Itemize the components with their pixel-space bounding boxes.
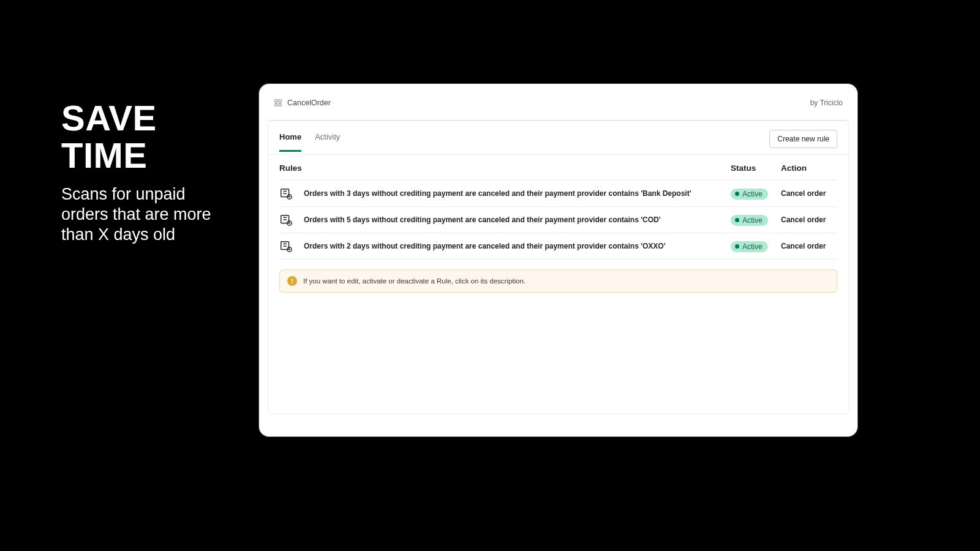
svg-rect-3 [279, 103, 281, 106]
status-dot-icon [735, 244, 739, 249]
table-row: Orders with 5 days without crediting pay… [279, 207, 837, 233]
table-row: Orders with 2 days without crediting pay… [279, 233, 837, 260]
tab-activity[interactable]: Activity [315, 132, 340, 152]
warning-icon: ! [287, 276, 297, 286]
rule-description[interactable]: Orders with 3 days without crediting pay… [304, 189, 731, 198]
content-card: Home Activity Create new rule Rules Stat… [268, 121, 849, 414]
promo-panel: SAVE TIME Scans for unpaid orders that a… [61, 100, 233, 245]
app-title: CancelOrder [287, 99, 331, 107]
topbar: CancelOrder by Triciclo [268, 92, 849, 121]
rules-table: Rules Status Action Orders with 3 days w… [268, 155, 848, 260]
rule-icon [279, 187, 293, 200]
app-window: CancelOrder by Triciclo Home Activity Cr… [259, 84, 858, 437]
promo-headline: SAVE TIME [61, 100, 233, 174]
col-action: Action [781, 163, 837, 173]
info-banner: ! If you want to edit, activate or deact… [279, 269, 837, 293]
rule-action: Cancel order [781, 216, 837, 224]
status-dot-icon [735, 192, 739, 196]
status-badge: Active [731, 189, 768, 200]
col-status: Status [731, 163, 781, 173]
app-puzzle-icon [274, 99, 282, 107]
col-rules: Rules [279, 163, 731, 173]
status-text: Active [742, 190, 763, 198]
rule-status: Active [731, 240, 781, 252]
tabs: Home Activity [279, 132, 340, 152]
rule-icon [279, 239, 293, 253]
svg-rect-0 [275, 99, 277, 102]
rule-status: Active [731, 214, 781, 226]
create-new-rule-button[interactable]: Create new rule [769, 130, 837, 148]
rule-action: Cancel order [781, 242, 837, 250]
tab-home[interactable]: Home [279, 132, 301, 152]
topbar-left: CancelOrder [274, 99, 331, 107]
status-text: Active [742, 216, 763, 225]
tabs-row: Home Activity Create new rule [268, 121, 848, 155]
app-byline: by Triciclo [810, 99, 843, 107]
svg-rect-1 [279, 99, 281, 102]
table-header: Rules Status Action [279, 155, 837, 181]
promo-subheadline: Scans for unpaid orders that are more th… [61, 184, 233, 245]
status-badge: Active [731, 241, 768, 252]
rule-status: Active [731, 187, 781, 200]
table-row: Orders with 3 days without crediting pay… [279, 181, 837, 207]
info-text: If you want to edit, activate or deactiv… [303, 277, 526, 285]
status-dot-icon [735, 218, 739, 222]
rule-action: Cancel order [781, 189, 837, 198]
rule-icon [279, 213, 293, 227]
svg-rect-2 [275, 103, 277, 106]
rule-description[interactable]: Orders with 5 days without crediting pay… [304, 216, 731, 224]
status-text: Active [742, 242, 763, 251]
status-badge: Active [731, 215, 768, 226]
rule-description[interactable]: Orders with 2 days without crediting pay… [304, 242, 731, 250]
